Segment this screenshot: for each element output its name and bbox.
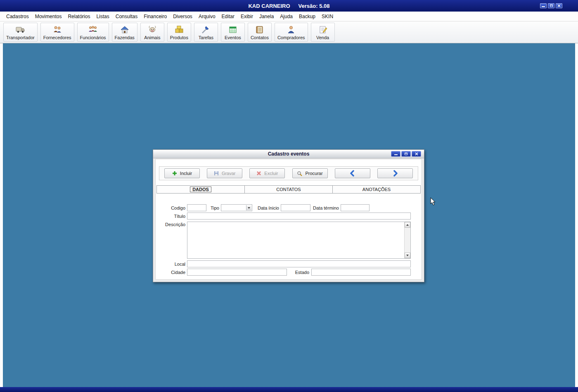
toolbar-label: Compradores [277, 35, 305, 40]
cadastro-eventos-dialog: Cadastro eventos Incluir Gravar Excluir [153, 149, 424, 282]
titulo-input[interactable] [187, 213, 411, 220]
farm-house-icon [119, 25, 130, 35]
buyer-person-icon [286, 25, 296, 35]
close-icon [415, 152, 418, 156]
button-label: Procurar [305, 171, 322, 176]
boxes-icon [174, 25, 185, 35]
toolbar-label: Transportador [6, 35, 35, 40]
toolbar-label: Contatos [251, 35, 269, 40]
estado-input[interactable] [311, 269, 411, 276]
close-icon [557, 4, 561, 7]
toolbar-button-eventos[interactable]: Eventos [221, 23, 245, 42]
calendar-icon [227, 25, 238, 35]
minimize-button[interactable] [540, 3, 547, 8]
menu-item-arquivo[interactable]: Arquivo [196, 12, 218, 21]
toolbar-button-compradores[interactable]: Compradores [275, 23, 308, 42]
menu-item-listas[interactable]: Listas [93, 12, 112, 21]
app-title: KAD CARNEIRO [248, 3, 290, 9]
toolbar-button-tarefas[interactable]: Tarefas [194, 23, 218, 42]
button-label: Gravar [222, 171, 236, 176]
menu-item-janela[interactable]: Janela [256, 12, 277, 21]
descricao-scrollbar[interactable] [404, 222, 410, 258]
menu-item-ajuda[interactable]: Ajuda [277, 12, 296, 21]
incluir-button[interactable]: Incluir [164, 168, 200, 178]
save-icon [214, 171, 219, 176]
data-termino-label: Data término [306, 205, 339, 210]
data-termino-input[interactable] [341, 204, 370, 211]
menu-item-skin[interactable]: SKIN [319, 12, 336, 21]
delete-icon [256, 171, 261, 176]
plus-icon [172, 171, 177, 176]
menu-item-movimentos[interactable]: Movimentos [32, 12, 65, 21]
menu-item-editar[interactable]: Editar [219, 12, 237, 21]
toolbar-button-venda[interactable]: Venda [311, 23, 335, 42]
toolbar-button-transportador[interactable]: Transportador [3, 23, 38, 42]
menu-item-financeiro[interactable]: Financeiro [141, 12, 170, 21]
arrow-left-icon [349, 170, 356, 177]
arrow-right-icon [392, 170, 398, 177]
maximize-icon [405, 153, 407, 155]
tab-label: CONTATOS [276, 187, 301, 192]
descricao-textarea[interactable] [187, 222, 411, 259]
cidade-input[interactable] [187, 269, 287, 276]
codigo-label: Codigo [160, 205, 185, 210]
maximize-icon [550, 5, 553, 7]
main-toolbar: Transportador Fornecedores Funcionários … [0, 21, 578, 43]
local-input[interactable] [187, 260, 411, 267]
menu-item-relatorios[interactable]: Relatórios [65, 12, 93, 21]
close-button[interactable] [556, 3, 562, 8]
window-controls [540, 3, 562, 8]
cow-icon [147, 25, 158, 35]
dialog-window-controls [391, 151, 421, 157]
scroll-down-button[interactable] [405, 253, 410, 258]
toolbar-label: Fazendas [115, 35, 135, 40]
procurar-button[interactable]: Procurar [292, 168, 328, 178]
estado-label: Estado [284, 270, 309, 275]
menu-item-cadastros[interactable]: Cadastros [3, 12, 32, 21]
toolbar-label: Tarefas [199, 35, 213, 40]
data-inicio-label: Data ínicio [246, 205, 279, 210]
dialog-minimize-button[interactable] [391, 151, 400, 157]
tab-anotacoes[interactable]: ANOTAÇÕES [332, 185, 421, 194]
toolbar-label: Venda [316, 35, 329, 40]
suppliers-people-icon [52, 25, 63, 35]
cidade-label: Cidade [160, 270, 185, 275]
previous-record-button[interactable] [335, 168, 370, 178]
toolbar-button-contatos[interactable]: Contatos [248, 23, 272, 42]
toolbar-button-fornecedores[interactable]: Fornecedores [40, 23, 74, 42]
dialog-maximize-button[interactable] [401, 151, 411, 157]
maximize-button[interactable] [548, 3, 554, 8]
toolbar-button-animais[interactable]: Animais [140, 23, 164, 42]
dialog-body: Incluir Gravar Excluir Procurar DADOS [155, 159, 422, 280]
toolbar-button-fazendas[interactable]: Fazendas [112, 23, 137, 42]
dialog-tabs: DADOS CONTATOS ANOTAÇÕES [156, 185, 421, 194]
arrow-up-icon [406, 224, 409, 226]
mouse-cursor [430, 197, 436, 207]
dialog-titlebar[interactable]: Cadastro eventos [153, 150, 424, 158]
truck-icon [15, 25, 26, 35]
next-record-button[interactable] [377, 168, 413, 178]
tab-dados[interactable]: DADOS [156, 185, 245, 194]
toolbar-button-produtos[interactable]: Produtos [167, 23, 191, 42]
menu-item-exibir[interactable]: Exibir [238, 12, 256, 21]
employees-people-icon [88, 25, 98, 35]
tab-contatos[interactable]: CONTATOS [244, 185, 333, 194]
dialog-button-panel: Incluir Gravar Excluir Procurar [159, 166, 418, 180]
toolbar-button-funcionarios[interactable]: Funcionários [77, 23, 109, 42]
menu-item-consultas[interactable]: Consultas [113, 12, 140, 21]
tipo-label: Tipo [199, 205, 219, 210]
button-label: Incluir [180, 171, 192, 176]
search-icon [297, 171, 302, 176]
window-right-border [575, 43, 578, 387]
menu-item-backup[interactable]: Backup [296, 12, 318, 21]
scroll-up-button[interactable] [405, 222, 410, 228]
minimize-icon [394, 154, 398, 155]
menu-item-diversos[interactable]: Diversos [170, 12, 195, 21]
window-left-border [0, 43, 3, 387]
excluir-button[interactable]: Excluir [249, 168, 285, 178]
app-version: Versão: 5.08 [298, 3, 330, 9]
dialog-title: Cadastro eventos [268, 151, 310, 157]
tab-label: ANOTAÇÕES [362, 187, 391, 192]
gravar-button[interactable]: Gravar [207, 168, 242, 178]
dialog-close-button[interactable] [412, 151, 421, 157]
